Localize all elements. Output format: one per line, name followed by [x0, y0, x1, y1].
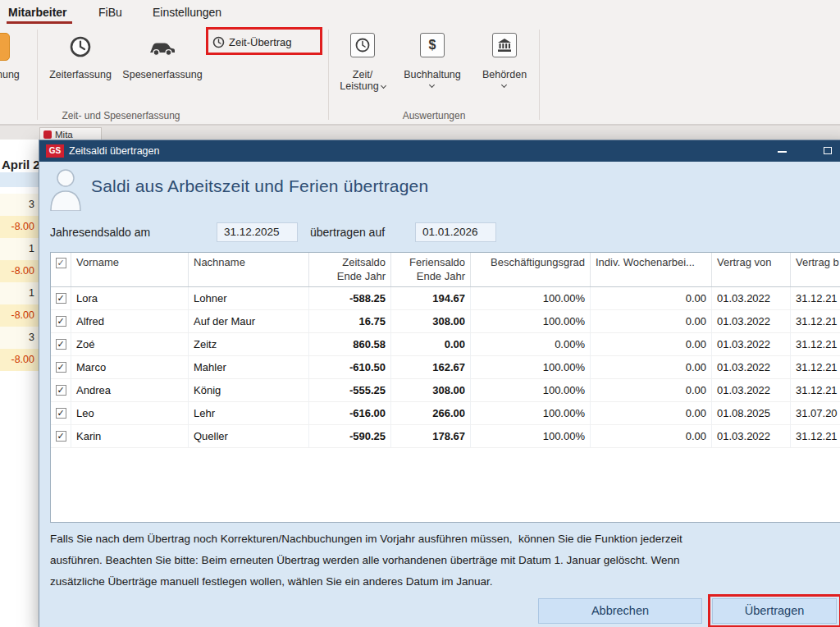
- planung-icon[interactable]: [0, 33, 10, 61]
- jahresendsaldo-label: Jahresendsaldo am: [50, 226, 150, 239]
- cell-vorname: Leo: [71, 402, 189, 424]
- mdi-tab-mitarbeiter[interactable]: Mita: [39, 127, 102, 140]
- col-header-beschaeftigungsgrad[interactable]: Beschäftigungsgrad: [471, 253, 591, 286]
- cell-indiv-wochenarbeitszeit: 0.00: [591, 310, 712, 332]
- background-value: -8.00: [0, 349, 39, 371]
- clock-boxed-icon: [350, 33, 375, 57]
- row-checkbox[interactable]: ✓: [56, 339, 66, 350]
- tab-mitarbeiter[interactable]: Mitarbeiter: [8, 6, 67, 19]
- background-value: 1: [0, 238, 39, 260]
- cell-vertrag-von: 01.03.2022: [712, 287, 791, 309]
- background-header-row: [0, 172, 39, 187]
- cell-feriensaldo: 266.00: [391, 402, 471, 424]
- buchhaltung-label: Buchhaltung: [395, 69, 469, 80]
- cell-zeitsaldo: -616.00: [309, 402, 391, 424]
- cell-vertrag-von: 01.03.2022: [712, 356, 791, 378]
- gs-app-icon: [43, 130, 52, 139]
- zeit-uebertrag-button[interactable]: Zeit-Übertrag: [212, 32, 292, 52]
- gs-logo: GS: [46, 144, 64, 158]
- cell-vorname: Andrea: [71, 379, 189, 401]
- cell-beschaeftigungsgrad: 100.00%: [471, 402, 591, 424]
- table-row[interactable]: ✓ Andrea König -555.25 308.00 100.00% 0.…: [51, 379, 840, 402]
- col-header-vorname[interactable]: Vorname: [71, 253, 189, 286]
- ribbon-tab-bar: Mitarbeiter FiBu Einstellungen: [0, 0, 840, 25]
- buchhaltung-button[interactable]: $ Buchhaltung: [395, 30, 469, 92]
- zeiterfassung-button[interactable]: Zeiterfassung: [41, 30, 120, 92]
- table-row[interactable]: ✓ Marco Mahler -610.50 162.67 100.00% 0.…: [51, 356, 840, 379]
- zeit-uebertrag-label: Zeit-Übertrag: [229, 36, 292, 48]
- table-row[interactable]: ✓ Karin Queller -590.25 178.67 100.00% 0…: [51, 425, 840, 448]
- table-row[interactable]: ✓ Lora Lohner -588.25 194.67 100.00% 0.0…: [51, 287, 840, 310]
- behoerden-label: Behörden: [474, 69, 535, 80]
- tab-einstellungen[interactable]: Einstellungen: [153, 6, 221, 19]
- cell-nachname: Auf der Maur: [189, 310, 309, 332]
- col-header-zeitsaldo[interactable]: ZeitsaldoEnde Jahr: [309, 253, 391, 286]
- col-header-nachname[interactable]: Nachname: [189, 253, 309, 286]
- select-all-checkbox[interactable]: ✓: [56, 258, 66, 268]
- cell-beschaeftigungsgrad: 100.00%: [471, 287, 591, 309]
- background-value: 3: [0, 194, 39, 216]
- cell-vorname: Alfred: [71, 310, 189, 332]
- cell-nachname: Lehr: [189, 402, 309, 424]
- row-checkbox[interactable]: ✓: [56, 408, 66, 419]
- minimize-button[interactable]: [778, 151, 787, 153]
- dialog-titlebar[interactable]: GS Zeitsaldi übertragen: [39, 140, 840, 162]
- row-checkbox[interactable]: ✓: [56, 431, 66, 442]
- cell-vertrag-von: 01.03.2022: [712, 333, 791, 355]
- cell-vertrag-von: 01.03.2022: [712, 310, 791, 332]
- background-window-panel: April 2 3-8.001-8.001-8.003-8.00: [0, 140, 39, 627]
- col-header-vertrag-von[interactable]: Vertrag von: [712, 253, 791, 286]
- row-checkbox[interactable]: ✓: [56, 385, 66, 396]
- government-building-icon: [492, 33, 517, 57]
- cell-zeitsaldo: 860.58: [309, 333, 391, 355]
- maximize-button[interactable]: [824, 147, 832, 154]
- tab-fibu[interactable]: FiBu: [98, 6, 122, 19]
- ribbon: nung Zeiterfassung Spesenerfassung Zeit-…: [0, 25, 840, 125]
- background-values: 3-8.001-8.001-8.003-8.00: [0, 194, 39, 371]
- row-checkbox[interactable]: ✓: [56, 293, 66, 304]
- row-checkbox[interactable]: ✓: [56, 362, 66, 373]
- cell-nachname: Queller: [189, 425, 309, 447]
- cell-nachname: Zeitz: [189, 333, 309, 355]
- spesenerfassung-label: Spesenerfassung: [120, 69, 205, 80]
- cell-vertrag-bis: 31.12.21: [791, 379, 840, 401]
- cell-vertrag-bis: 31.07.20: [791, 402, 840, 424]
- table-row[interactable]: ✓ Alfred Auf der Maur 16.75 308.00 100.0…: [51, 310, 840, 333]
- cell-vorname: Karin: [71, 425, 189, 447]
- dialog-title: Zeitsaldi übertragen: [69, 145, 159, 157]
- cell-vertrag-von: 01.08.2025: [712, 402, 791, 424]
- zeit-leistung-label-line2: Leistung: [332, 80, 393, 92]
- col-header-vertrag-bis[interactable]: Vertrag b: [791, 253, 840, 286]
- cell-nachname: Lohner: [189, 287, 309, 309]
- date-from-field[interactable]: 31.12.2025: [217, 222, 298, 242]
- background-value: 1: [0, 282, 39, 304]
- submit-button[interactable]: Übertragen: [712, 598, 837, 624]
- cell-vorname: Zoé: [71, 333, 189, 355]
- cell-zeitsaldo: -555.25: [309, 379, 391, 401]
- row-checkbox[interactable]: ✓: [56, 316, 66, 327]
- col-header-feriensaldo[interactable]: FeriensaldoEnde Jahr: [391, 253, 471, 286]
- cell-nachname: Mahler: [189, 356, 309, 378]
- cell-feriensaldo: 162.67: [391, 356, 471, 378]
- group-label-auswertungen: Auswertungen: [328, 110, 540, 121]
- person-icon: [48, 167, 84, 211]
- chevron-down-icon: [429, 82, 435, 88]
- cell-vertrag-bis: 31.12.21: [791, 287, 840, 309]
- cancel-button[interactable]: Abbrechen: [538, 598, 702, 624]
- note-line-2: ausführen. Beachten Sie bitte: Beim erne…: [50, 554, 679, 566]
- table-row[interactable]: ✓ Zoé Zeitz 860.58 0.00 0.00% 0.00 01.03…: [51, 333, 840, 356]
- cell-feriensaldo: 0.00: [391, 333, 471, 355]
- zeit-leistung-button[interactable]: Zeit/ Leistung: [332, 30, 393, 92]
- cell-indiv-wochenarbeitszeit: 0.00: [591, 333, 712, 355]
- cell-feriensaldo: 308.00: [391, 310, 471, 332]
- background-value: -8.00: [0, 304, 39, 327]
- clock-icon: [68, 34, 93, 59]
- note-line-3: zusätzliche Überträge manuell festlegen …: [50, 575, 493, 588]
- group-label-zeit-spesen: Zeit- und Spesenerfassung: [41, 110, 201, 121]
- col-header-indiv-wochenarbeitszeit[interactable]: Indiv. Wochenarbei...: [591, 253, 712, 286]
- behoerden-button[interactable]: Behörden: [474, 30, 535, 92]
- spesenerfassung-button[interactable]: Spesenerfassung: [120, 30, 205, 92]
- saldo-table: ✓ Vorname Nachname ZeitsaldoEnde Jahr Fe…: [50, 252, 840, 523]
- table-row[interactable]: ✓ Leo Lehr -616.00 266.00 100.00% 0.00 0…: [51, 402, 840, 425]
- date-to-field[interactable]: 01.01.2026: [415, 222, 496, 242]
